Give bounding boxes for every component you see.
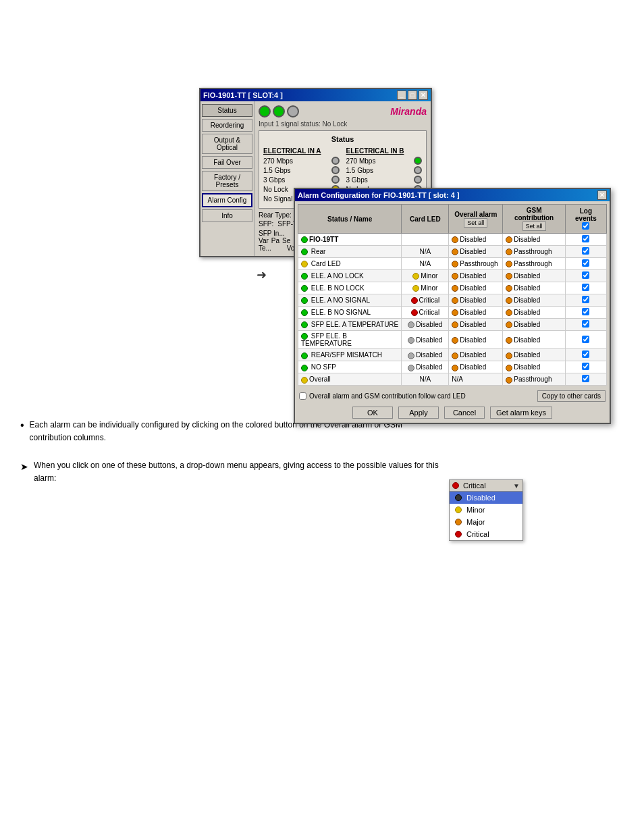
card-led-value: N/A: [419, 248, 431, 255]
log-checkbox[interactable]: [582, 350, 589, 358]
cancel-button[interactable]: Cancel: [444, 407, 485, 419]
overall-alarm-cell[interactable]: Disabled: [449, 319, 503, 331]
dropdown-item-critical[interactable]: Critical: [450, 528, 522, 540]
overall-alarm-cell[interactable]: Disabled: [449, 349, 503, 361]
log-events-cell[interactable]: [565, 294, 606, 307]
alarm-dropdown[interactable]: Critical ▼ Disabled Minor Major Critical: [449, 479, 523, 541]
card-led-cell[interactable]: [402, 234, 449, 246]
gsm-cell[interactable]: Disabled: [503, 307, 566, 319]
sidebar-item-reordering[interactable]: Reordering: [202, 119, 252, 132]
alarm-row-name: ELE. B NO SIGNAL: [298, 307, 402, 319]
card-led-cell[interactable]: Disabled: [402, 331, 449, 349]
alarm-title-bar: Alarm Configuration for FIO-1901-TT [ sl…: [295, 189, 610, 201]
log-events-cell[interactable]: [565, 307, 606, 319]
log-events-cell[interactable]: [565, 361, 606, 373]
overall-alarm-cell[interactable]: Disabled: [449, 294, 503, 307]
overall-alarm-cell[interactable]: Disabled: [449, 246, 503, 258]
gsm-cell[interactable]: Passthrough: [503, 246, 566, 258]
log-events-cell[interactable]: [565, 282, 606, 294]
log-events-cell[interactable]: [565, 234, 606, 246]
card-led-cell[interactable]: N/A: [402, 246, 449, 258]
log-checkbox[interactable]: [582, 271, 589, 279]
gsm-cell[interactable]: Passthrough: [503, 373, 566, 386]
sidebar-item-info[interactable]: Info: [202, 209, 252, 222]
minimize-button[interactable]: _: [397, 90, 406, 100]
card-led-cell[interactable]: N/A: [402, 258, 449, 270]
log-checkbox[interactable]: [582, 336, 589, 343]
log-all-checkbox[interactable]: [582, 222, 589, 230]
log-checkbox[interactable]: [582, 247, 589, 255]
copy-to-other-cards-btn[interactable]: Copy to other cards: [537, 390, 606, 402]
sidebar-item-factory-presets[interactable]: Factory / Presets: [202, 171, 252, 191]
overall-set-all-btn[interactable]: Set all: [464, 218, 487, 228]
alarm-close-button[interactable]: ✕: [597, 190, 607, 200]
card-led-cell[interactable]: Critical: [402, 294, 449, 307]
log-events-cell[interactable]: [565, 270, 606, 282]
gsm-cell[interactable]: Disabled: [503, 270, 566, 282]
log-checkbox[interactable]: [582, 259, 589, 267]
log-events-cell[interactable]: [565, 246, 606, 258]
ok-button[interactable]: OK: [352, 407, 393, 419]
card-led-value: Critical: [419, 296, 440, 304]
gsm-cell[interactable]: Disabled: [503, 294, 566, 307]
log-checkbox[interactable]: [582, 363, 589, 370]
close-button[interactable]: ✕: [419, 90, 428, 100]
gsm-set-all-btn[interactable]: Set all: [522, 221, 546, 231]
log-checkbox[interactable]: [582, 320, 589, 328]
card-led-cell[interactable]: Minor: [402, 282, 449, 294]
gsm-cell[interactable]: Disabled: [503, 282, 566, 294]
log-events-cell[interactable]: [565, 258, 606, 270]
card-led-cell[interactable]: Disabled: [402, 361, 449, 373]
overall-alarm-cell[interactable]: Disabled: [449, 234, 503, 246]
gsm-cell[interactable]: Disabled: [503, 319, 566, 331]
log-checkbox[interactable]: [582, 308, 589, 315]
gsm-cell[interactable]: Disabled: [503, 234, 566, 246]
dropdown-chevron-icon[interactable]: ▼: [513, 482, 520, 490]
gsm-cell[interactable]: Disabled: [503, 331, 566, 349]
dropdown-item-major[interactable]: Major: [450, 516, 522, 528]
gsm-cell[interactable]: Disabled: [503, 361, 566, 373]
alarm-name-label: Overall: [309, 375, 331, 383]
gsm-cell[interactable]: Disabled: [503, 349, 566, 361]
overall-alarm-cell[interactable]: Disabled: [449, 307, 503, 319]
overall-alarm-cell[interactable]: Passthrough: [449, 258, 503, 270]
sidebar-item-alarm-config[interactable]: Alarm Config: [202, 193, 252, 207]
overall-dot: [452, 321, 458, 328]
card-led-cell[interactable]: N/A: [402, 373, 449, 386]
log-checkbox[interactable]: [582, 284, 589, 291]
gsm-value: Disabled: [514, 336, 540, 344]
gsm-dot: [506, 261, 512, 267]
log-events-cell[interactable]: [565, 331, 606, 349]
overall-alarm-cell[interactable]: Disabled: [449, 282, 503, 294]
gsm-dot: [506, 337, 512, 344]
sidebar-item-fail-over[interactable]: Fail Over: [202, 156, 252, 169]
card-led-dot: [411, 297, 418, 304]
card-led-cell[interactable]: Critical: [402, 307, 449, 319]
table-row: ELE. B NO LOCKMinorDisabledDisabled: [298, 282, 607, 294]
maximize-button[interactable]: □: [408, 90, 417, 100]
sidebar-item-output-optical[interactable]: Output & Optical: [202, 134, 252, 154]
gsm-cell[interactable]: Passthrough: [503, 258, 566, 270]
log-events-cell[interactable]: [565, 373, 606, 386]
overall-alarm-cell[interactable]: N/A: [449, 373, 503, 386]
follow-card-led-checkbox[interactable]: [299, 392, 306, 400]
log-checkbox[interactable]: [582, 375, 589, 382]
card-led-cell[interactable]: Disabled: [402, 319, 449, 331]
log-events-cell[interactable]: [565, 319, 606, 331]
apply-button[interactable]: Apply: [398, 407, 439, 419]
log-events-cell[interactable]: [565, 349, 606, 361]
dropdown-item-disabled[interactable]: Disabled: [450, 492, 522, 504]
log-checkbox[interactable]: [582, 296, 589, 303]
dropdown-item-minor[interactable]: Minor: [450, 504, 522, 516]
sidebar-item-status[interactable]: Status: [202, 104, 252, 117]
overall-alarm-cell[interactable]: Disabled: [449, 270, 503, 282]
overall-alarm-cell[interactable]: Disabled: [449, 361, 503, 373]
get-alarm-keys-button[interactable]: Get alarm keys: [490, 407, 552, 419]
log-checkbox[interactable]: [582, 235, 589, 242]
card-led-cell[interactable]: Minor: [402, 270, 449, 282]
overall-alarm-cell[interactable]: Disabled: [449, 331, 503, 349]
alarm-row-name: NO SFP: [298, 361, 402, 373]
status-dot: [301, 285, 308, 292]
table-row: ELE. B NO SIGNALCriticalDisabledDisabled: [298, 307, 607, 319]
card-led-cell[interactable]: Disabled: [402, 349, 449, 361]
